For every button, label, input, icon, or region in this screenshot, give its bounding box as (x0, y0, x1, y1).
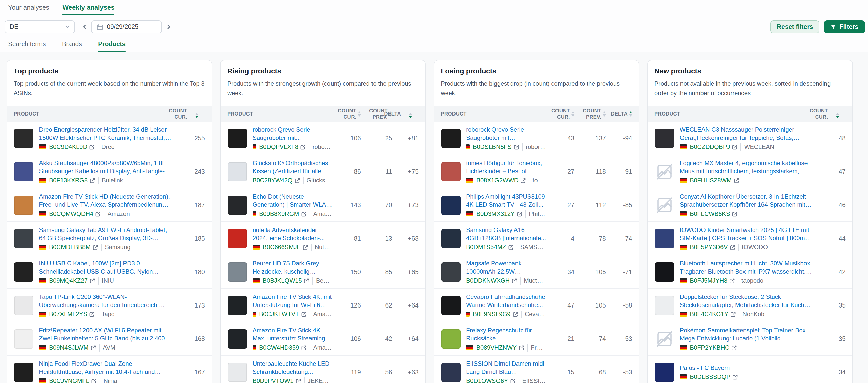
product-title-link[interactable]: Magsafe Powerbank 10000mAh 22.5W Magneti… (466, 259, 546, 275)
product-info: Conyat AI Kopfhörer Übersetzer, 3-in-1Ec… (680, 193, 812, 217)
delta-value: +75 (397, 168, 418, 175)
asin-link[interactable]: B0F13KXRG8 (49, 177, 95, 184)
card-title: Top products (14, 66, 205, 76)
asin-link[interactable]: B08X1G2WWD (476, 177, 526, 184)
tab-your-analyses[interactable]: Your analyses (8, 4, 49, 15)
filters-button[interactable]: Filters (824, 20, 865, 33)
tab-products[interactable]: Products (98, 40, 126, 52)
product-info: Doppelstecker für Steckdose, 2 Stück Ste… (680, 293, 812, 318)
product-title-link[interactable]: nutella Adventskalender 2024, eine Schok… (253, 226, 333, 242)
prev-value: 85 (366, 268, 392, 275)
week-date-picker[interactable]: 09/29/2025 (91, 20, 162, 33)
product-title-link[interactable]: Tapo TP-Link C200 360°-WLAN-Überwachungs… (39, 293, 172, 309)
product-title-link[interactable]: Unterbauleuchte Küche LED Schrankbeleuch… (253, 359, 333, 376)
product-title-link[interactable]: Akku Staubsauger 48000Pa/580W/65Min, 1,8… (39, 159, 172, 175)
previous-week-button[interactable] (79, 20, 90, 33)
asin-link[interactable]: B0CW4HD359 (259, 344, 306, 351)
external-link-icon (301, 211, 306, 216)
product-title-link[interactable]: Bluetooth Lautsprecher mit Licht, 30W Mu… (680, 259, 812, 275)
product-title-link[interactable]: Beurer HD 75 Dark Grey Heizdecke, kusche… (253, 259, 333, 275)
product-title-link[interactable]: Pokémon-Sammelkartenspiel: Top-Trainer-B… (680, 326, 812, 343)
asin-link[interactable]: B0D3MX312Y (476, 210, 522, 217)
product-title-link[interactable]: roborock Qrevo Serie Saugroboter mit... (253, 125, 333, 142)
column-header-label: COUNTPREV. (583, 108, 601, 120)
product-row: Frelaxy Regenschutz für Rucksäcke Schulr… (434, 322, 639, 356)
asin-link[interactable]: B0CJKTWTVT (259, 311, 306, 318)
product-title-link[interactable]: IOWODO Kinder Smartwatch 2025 | 4G LTE m… (680, 226, 812, 242)
delta-value: -74 (611, 235, 632, 242)
asin-link[interactable]: B0F9NSL9G9 (473, 311, 518, 318)
column-header-delta[interactable]: DELTA (611, 111, 632, 117)
asin-link[interactable]: B0CQMWQDH4 (49, 210, 101, 217)
column-header-cur[interactable]: COUNTCUR. (817, 108, 846, 120)
product-title-link[interactable]: Amazon Fire TV Stick 4K Max, unterstützt… (253, 326, 333, 342)
asin-link[interactable]: B0CMDFBB8M (49, 244, 98, 251)
asin-link[interactable]: B0D9PVTQW1 (253, 377, 301, 383)
asin-link[interactable]: B0C28YW42Q (253, 177, 300, 184)
product-title-link[interactable]: Philips Ambilight 43PUS8109 4K LED Smart… (466, 192, 546, 208)
product-title-link[interactable]: Conyat AI Kopfhörer Übersetzer, 3-in-1Ec… (680, 193, 812, 209)
product-title-link[interactable]: Cevapro Fahrradhandschuhe Warme Winterha… (466, 293, 546, 309)
product-title-link[interactable]: INIU USB C Kabel, 100W [2m] PD3.0 Schnel… (39, 259, 172, 275)
product-title-link[interactable]: Glückstoff® Orthopädisches Kissen (Zerti… (253, 159, 333, 175)
asin-link[interactable]: B09N4SJLWM (49, 344, 96, 351)
product-title-link[interactable]: Dreo Energiesparender Heizlüfter, 34 dB … (39, 125, 172, 142)
column-header-prev[interactable]: COUNTPREV. (580, 108, 606, 120)
brand-name: Amazon (313, 311, 333, 318)
asin-link[interactable]: B0D1QWSG6Y (466, 377, 516, 383)
tab-search-terms[interactable]: Search terms (8, 40, 46, 52)
column-header-cur[interactable]: COUNTCUR. (177, 108, 205, 120)
column-header-cur[interactable]: COUNTCUR. (551, 108, 575, 120)
column-header-cur[interactable]: COUNTCUR. (338, 108, 361, 120)
tab-brands[interactable]: Brands (62, 40, 82, 52)
product-title-link[interactable]: Doppelstecker für Steckdose, 2 Stück Ste… (680, 293, 812, 309)
asin-link[interactable]: B0C666SMJF (263, 244, 308, 251)
product-title-link[interactable]: Amazon Fire TV Stick 4K, mit Unterstützu… (253, 293, 333, 309)
product-title-link[interactable]: Fritz!Repeater 1200 AX (Wi-Fi 6 Repeater… (39, 326, 172, 342)
column-header-delta[interactable]: DELTA (397, 110, 418, 118)
asin-link[interactable]: B0FLCWB6KS (690, 210, 738, 217)
product-title-link[interactable]: EIISSION Dirndl Damen midi Lang Dirndl B… (466, 359, 546, 376)
asin-link[interactable]: B0DQPVLXF8 (259, 143, 306, 150)
brand-name: AVM (103, 344, 115, 351)
asin-link[interactable]: B0F4C4KG1Y (690, 311, 736, 318)
product-title-link[interactable]: tonies Hörfigur für Toniebox, Lichterkin… (466, 159, 546, 175)
asin-link[interactable]: B0DSLBN5FS (473, 143, 519, 150)
reset-filters-button[interactable]: Reset filters (770, 20, 820, 33)
asin-link[interactable]: B089VHZNWY (476, 344, 524, 351)
product-title-link[interactable]: Echo Dot (Neueste Generation) | Smarter … (253, 192, 333, 208)
asin-link[interactable]: B0DLBSSDQP (690, 373, 738, 380)
asin-link[interactable]: B0F5PY3D6V (690, 244, 735, 251)
meta-divider (309, 143, 309, 151)
asin-link[interactable]: B0FJ5MJYH8 (690, 277, 735, 284)
cur-value: 167 (177, 369, 205, 376)
asin-link[interactable]: B07XLML2YS (49, 311, 95, 318)
cur-value: 44 (817, 235, 846, 242)
asin-link[interactable]: B0C9D4KL9D (49, 143, 95, 150)
meta-divider (309, 210, 310, 217)
country-select[interactable]: DE (5, 20, 75, 33)
prev-value: 118 (580, 168, 606, 175)
asin-link[interactable]: B0FP2YKBHC (690, 344, 737, 351)
product-title-link[interactable]: Frelaxy Regenschutz für Rucksäcke Schulr… (466, 326, 546, 342)
asin-link[interactable]: B09B8X9RGM (259, 210, 306, 217)
product-title-link[interactable]: Samsung Galaxy A16 4GB+128GB [Internatio… (466, 226, 546, 242)
asin-link[interactable]: B0DDKNWXGH (466, 277, 517, 284)
product-row: IOWODO Kinder Smartwatch 2025 | 4G LTE m… (648, 222, 852, 255)
asin-link[interactable]: B0CZDDQBPJ (690, 143, 738, 150)
meta-divider (525, 210, 526, 217)
asin-link[interactable]: B0BJKLQW15 (263, 277, 309, 284)
tab-weekly-analyses[interactable]: Weekly analyses (62, 4, 114, 15)
next-week-button[interactable] (163, 20, 174, 33)
product-title-link[interactable]: Ninja Foodi FlexDrawer Dual Zone Heißluf… (39, 359, 172, 376)
product-title-link[interactable]: Amazon Fire TV Stick HD (Neueste Generat… (39, 192, 172, 208)
product-title-link[interactable]: Samsung Galaxy Tab A9+ Wi-Fi Android-Tab… (39, 226, 172, 242)
asin-link[interactable]: B0FHHSZ8WM (690, 177, 739, 184)
product-title-link[interactable]: roborock Qrevo Serie Saugroboter mit Wis… (466, 125, 546, 142)
asin-link[interactable]: B09MQ4KZ27 (49, 277, 95, 284)
product-title-link[interactable]: WECLEAN C3 Nasssauger Polsterreiniger Ge… (680, 125, 812, 142)
product-title-link[interactable]: Pafos - FC Bayern (680, 364, 812, 372)
asin-link[interactable]: B0CJVNGMFL (49, 377, 97, 383)
asin-link[interactable]: B0DM1S54MZ (466, 244, 514, 251)
product-title-link[interactable]: Logitech MX Master 4, ergonomische kabel… (680, 159, 812, 175)
